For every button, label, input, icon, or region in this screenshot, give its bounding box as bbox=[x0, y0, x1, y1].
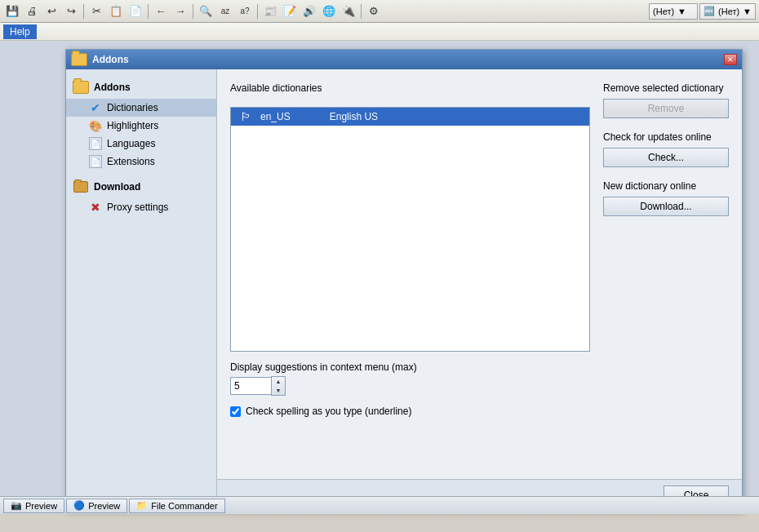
taskbar-file-label: File Commander bbox=[151, 501, 217, 511]
dialog-title-text: Addons bbox=[92, 54, 129, 65]
nav-item-highlighters[interactable]: 🎨 Highlighters bbox=[66, 117, 216, 135]
toolbar-print[interactable]: 🖨 bbox=[23, 2, 41, 20]
remove-section: Remove selected dictionary Remove bbox=[603, 82, 729, 118]
toolbar-sep5 bbox=[361, 4, 362, 19]
dialog-titlebar: Addons ✕ bbox=[66, 50, 742, 69]
nav-item-extensions[interactable]: 📄 Extensions bbox=[66, 153, 216, 171]
dialog-right-area: Available dictionaries 🏳 en_US English U… bbox=[217, 69, 742, 510]
spinner-group: ▲ ▼ bbox=[230, 376, 590, 396]
dialog-content-main: Available dictionaries 🏳 en_US English U… bbox=[217, 69, 603, 479]
toolbar-edit[interactable]: 📝 bbox=[281, 2, 299, 20]
nav-item-extensions-label: Extensions bbox=[107, 156, 155, 167]
toolbar-cut[interactable]: ✂ bbox=[87, 2, 105, 20]
download-dict-button-label: Download... bbox=[640, 201, 691, 212]
toolbar-sound[interactable]: 🔊 bbox=[300, 2, 318, 20]
extensions-icon: 📄 bbox=[89, 155, 102, 168]
toolbar-paste[interactable]: 📄 bbox=[126, 2, 144, 20]
toolbar-spell2[interactable]: a? bbox=[236, 2, 254, 20]
toolbar-search[interactable]: 🔍 bbox=[197, 2, 215, 20]
nav-addons-icon bbox=[73, 81, 89, 94]
taskbar-item-file-commander[interactable]: 📁 File Commander bbox=[129, 499, 224, 513]
taskbar-item-preview1[interactable]: 📷 Preview bbox=[3, 499, 64, 513]
toolbar-dropdown1[interactable]: (Нет) ▼ bbox=[649, 3, 698, 20]
taskbar-preview1-icon: 📷 bbox=[11, 500, 22, 511]
toolbar-forward[interactable]: → bbox=[171, 2, 189, 20]
addons-icon bbox=[71, 53, 87, 66]
dialog-nav: Addons ✔ Dictionaries 🎨 Highlighters 📄 L… bbox=[66, 69, 217, 510]
nav-item-dictionaries-label: Dictionaries bbox=[107, 102, 158, 113]
spell-check-label: Check spelling as you type (underline) bbox=[246, 406, 411, 417]
taskbar-item-preview2[interactable]: 🔵 Preview bbox=[66, 499, 127, 513]
highlighters-icon: 🎨 bbox=[89, 119, 102, 132]
toolbar-settings[interactable]: ⚙ bbox=[365, 2, 383, 20]
taskbar-preview2-icon: 🔵 bbox=[73, 500, 85, 511]
suggestions-label: Display suggestions in context menu (max… bbox=[230, 361, 590, 373]
toolbar-sep3 bbox=[193, 4, 193, 19]
dialog-body: Addons ✔ Dictionaries 🎨 Highlighters 📄 L… bbox=[66, 69, 742, 510]
spinner-buttons: ▲ ▼ bbox=[271, 376, 286, 396]
toolbar-spell[interactable]: az bbox=[216, 2, 234, 20]
nav-item-languages[interactable]: 📄 Languages bbox=[66, 135, 216, 153]
toolbar-save[interactable]: 💾 bbox=[3, 2, 21, 20]
taskbar-preview1-label: Preview bbox=[25, 501, 57, 511]
dict-flag-icon: 🏳 bbox=[237, 111, 254, 122]
dropdown2-icon: 🔤 bbox=[704, 6, 715, 16]
nav-download-icon bbox=[73, 181, 88, 193]
proxy-settings-icon: ✖ bbox=[89, 201, 102, 214]
dropdown2-label: (Нет) bbox=[718, 7, 739, 16]
dialog-close-x-button[interactable]: ✕ bbox=[724, 54, 737, 65]
toolbar-copy[interactable]: 📋 bbox=[107, 2, 125, 20]
check-updates-label: Check for updates online bbox=[603, 131, 729, 143]
checkbox-row: Check spelling as you type (underline) bbox=[230, 406, 590, 417]
nav-group-addons[interactable]: Addons bbox=[66, 76, 216, 99]
dict-list-box[interactable]: 🏳 en_US English US bbox=[230, 107, 590, 352]
dict-list-item-en-us[interactable]: 🏳 en_US English US bbox=[231, 108, 589, 126]
content-row: Available dictionaries 🏳 en_US English U… bbox=[217, 69, 742, 479]
menu-help[interactable]: Help bbox=[3, 24, 37, 39]
remove-label: Remove selected dictionary bbox=[603, 82, 729, 94]
toolbar-back[interactable]: ← bbox=[152, 2, 170, 20]
menubar: Help bbox=[0, 23, 759, 41]
toolbar-sep1 bbox=[83, 4, 84, 19]
check-updates-section: Check for updates online Check... bbox=[603, 131, 729, 167]
spell-check-checkbox[interactable] bbox=[230, 406, 241, 417]
check-button[interactable]: Check... bbox=[603, 148, 729, 167]
nav-item-proxy-label: Proxy settings bbox=[107, 202, 168, 213]
dictionaries-icon: ✔ bbox=[89, 101, 102, 114]
right-panel: Remove selected dictionary Remove Check … bbox=[603, 69, 742, 479]
toolbar-doc[interactable]: 📰 bbox=[261, 2, 279, 20]
toolbar-globe[interactable]: 🌐 bbox=[320, 2, 338, 20]
download-dict-button[interactable]: Download... bbox=[603, 197, 729, 216]
addons-dialog: Addons ✕ Addons ✔ Dictionaries bbox=[65, 49, 743, 511]
taskbar-file-icon: 📁 bbox=[136, 500, 148, 511]
remove-button[interactable]: Remove bbox=[603, 99, 729, 118]
toolbar-undo[interactable]: ↩ bbox=[42, 2, 60, 20]
suggestions-section: Display suggestions in context menu (max… bbox=[230, 361, 590, 396]
nav-group-addons-label: Addons bbox=[94, 82, 131, 93]
nav-group-download[interactable]: Download bbox=[66, 175, 216, 198]
nav-item-languages-label: Languages bbox=[107, 138, 155, 149]
dict-name: English US bbox=[330, 111, 378, 122]
download-folder-icon bbox=[73, 179, 89, 195]
spinner-down-button[interactable]: ▼ bbox=[272, 386, 285, 395]
toolbar-sep2 bbox=[148, 4, 149, 19]
dropdown1-chevron: ▼ bbox=[677, 7, 686, 16]
toolbar-redo[interactable]: ↪ bbox=[62, 2, 80, 20]
taskbar: 📷 Preview 🔵 Preview 📁 File Commander bbox=[0, 496, 759, 514]
dict-code: en_US bbox=[260, 111, 291, 122]
languages-icon: 📄 bbox=[89, 137, 102, 150]
nav-item-dictionaries[interactable]: ✔ Dictionaries bbox=[66, 99, 216, 117]
main-area: Addons ✕ Addons ✔ Dictionaries bbox=[0, 41, 759, 514]
toolbar-sep4 bbox=[257, 4, 258, 19]
check-button-label: Check... bbox=[648, 152, 684, 163]
remove-button-label: Remove bbox=[648, 103, 685, 114]
toolbar: 💾 🖨 ↩ ↪ ✂ 📋 📄 ← → 🔍 az a? 📰 📝 🔊 🌐 🔌 ⚙ (Н… bbox=[0, 0, 759, 23]
spinner-up-button[interactable]: ▲ bbox=[272, 377, 285, 386]
toolbar-plug[interactable]: 🔌 bbox=[340, 2, 357, 20]
nav-group-download-label: Download bbox=[94, 181, 140, 193]
dropdown2-chevron: ▼ bbox=[743, 7, 752, 16]
download-dict-label: New dictionary online bbox=[603, 180, 729, 192]
toolbar-dropdown2[interactable]: 🔤 (Нет) ▼ bbox=[699, 3, 756, 20]
nav-item-proxy-settings[interactable]: ✖ Proxy settings bbox=[66, 198, 216, 216]
spinner-input[interactable] bbox=[230, 377, 271, 395]
